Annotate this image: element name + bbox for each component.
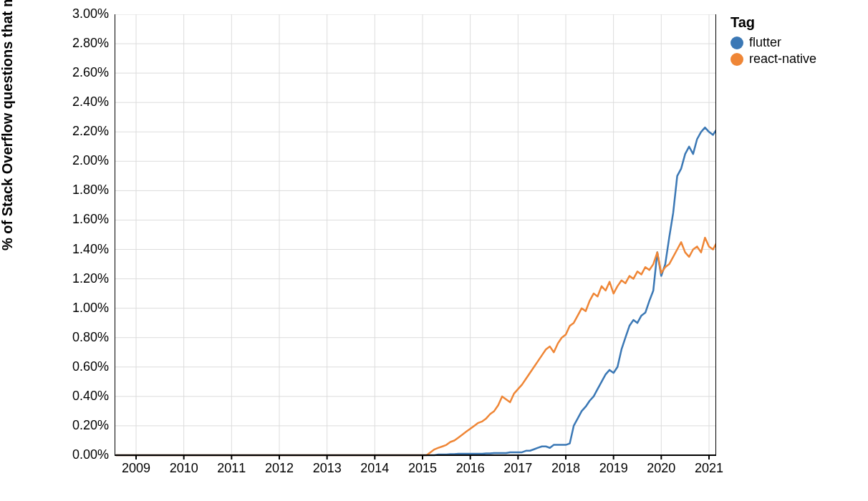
x-tick-label: 2021 <box>691 461 727 476</box>
x-tick-label: 2011 <box>213 461 249 476</box>
legend-label: flutter <box>749 35 781 50</box>
x-tick-label: 2019 <box>596 461 632 476</box>
legend-item-flutter: flutter <box>730 35 816 50</box>
y-tick-label: 1.00% <box>64 301 109 316</box>
y-tick-label: 2.80% <box>64 36 109 51</box>
y-tick-label: 0.20% <box>64 418 109 433</box>
y-tick-label: 1.40% <box>64 242 109 257</box>
x-tick-label: 2013 <box>309 461 345 476</box>
x-tick-label: 2014 <box>357 461 392 476</box>
y-tick-label: 1.20% <box>64 271 109 286</box>
y-tick-label: 2.20% <box>64 124 109 139</box>
y-tick-label: 0.00% <box>64 447 109 462</box>
legend-item-react-native: react-native <box>730 52 816 67</box>
x-tick-label: 2020 <box>643 461 679 476</box>
y-tick-label: 1.80% <box>64 183 109 198</box>
legend: Tag flutterreact-native <box>730 14 816 68</box>
y-tick-label: 3.00% <box>64 6 109 21</box>
x-tick-label: 2012 <box>261 461 297 476</box>
y-tick-label: 0.40% <box>64 389 109 404</box>
y-tick-label: 2.40% <box>64 94 109 110</box>
x-tick-label: 2016 <box>453 461 488 476</box>
x-tick-label: 2017 <box>500 461 536 476</box>
chart-container: % of Stack Overflow questions that month… <box>0 0 868 501</box>
x-tick-label: 2015 <box>405 461 440 476</box>
axes <box>115 14 716 459</box>
chart-svg <box>115 14 716 487</box>
x-tick-label: 2018 <box>548 461 584 476</box>
y-tick-label: 0.60% <box>64 359 109 374</box>
plot-area: 0.00%0.20%0.40%0.60%0.80%1.00%1.20%1.40%… <box>115 14 716 455</box>
x-tick-label: 2010 <box>166 461 202 476</box>
legend-title: Tag <box>730 14 816 31</box>
y-tick-label: 0.80% <box>64 330 109 345</box>
y-tick-label: 2.60% <box>64 65 109 80</box>
series-line-flutter <box>116 127 716 455</box>
y-axis-title: % of Stack Overflow questions that month <box>0 0 16 250</box>
y-tick-label: 2.00% <box>64 153 109 168</box>
x-tick-label: 2009 <box>118 461 154 476</box>
legend-label: react-native <box>749 52 816 67</box>
series-line-react-native <box>116 238 716 455</box>
legend-swatch <box>730 53 743 66</box>
legend-swatch <box>730 37 743 49</box>
gridlines <box>115 14 716 455</box>
y-tick-label: 1.60% <box>64 212 109 227</box>
